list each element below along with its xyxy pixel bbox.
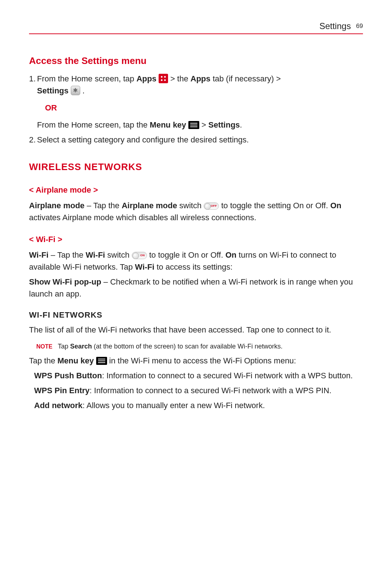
wpspin-t: : Information to connect to a secured Wi… — [90, 386, 331, 395]
wpspin-b: WPS Pin Entry — [34, 386, 90, 395]
note-c: (at the bottom of the screen) to scan fo… — [92, 343, 282, 350]
airplane-b2: Airplane mode — [122, 201, 177, 210]
switch-off-icon — [204, 202, 219, 210]
tapmenu-c: in the Wi-Fi menu to access the Wi-Fi Op… — [107, 356, 296, 365]
note-b: Search — [70, 343, 92, 350]
header-section: Settings — [319, 21, 351, 31]
wifi-networks-desc: The list of all of the Wi-Fi networks th… — [29, 324, 363, 336]
add-network-desc: Add network: Allows you to manually ente… — [34, 399, 363, 411]
menu-key-icon — [188, 121, 199, 129]
step1alt-settings-bold: Settings — [208, 120, 240, 129]
page-header: Settings 69 — [29, 20, 363, 34]
tapmenu-a: Tap the — [29, 356, 57, 365]
step1-text-c: tab (if necessary) > — [211, 74, 281, 83]
show-wifi-popup-desc: Show Wi-Fi pop-up – Checkmark to be noti… — [29, 276, 363, 300]
wps-t: : Information to connect to a secured Wi… — [102, 371, 353, 380]
step1-alt: From the Home screen, tap the Menu key >… — [37, 119, 363, 131]
airplane-t4: activates Airplane mode which disables a… — [29, 213, 256, 222]
steps-list: From the Home screen, tap Apps > the App… — [29, 73, 363, 146]
heading-wireless-networks: WIRELESS NETWORKS — [29, 160, 363, 174]
airplane-mode-desc: Airplane mode – Tap the Airplane mode sw… — [29, 200, 363, 223]
step1-text-b: > the — [168, 74, 191, 83]
airplane-t3: to toggle the setting On or Off. — [219, 201, 330, 210]
wifi-t5: to access its settings: — [154, 262, 232, 271]
switch-on-icon — [132, 252, 147, 259]
apps-icon — [159, 74, 168, 83]
addnet-b: Add network — [34, 401, 82, 410]
heading-airplane-mode: < Airplane mode > — [29, 184, 363, 196]
step-1: From the Home screen, tap Apps > the App… — [29, 73, 363, 131]
menu-key-icon-2 — [96, 357, 107, 365]
gear-icon — [71, 86, 80, 95]
step1-text-d: . — [80, 86, 85, 95]
heading-access-settings: Access the Settings menu — [29, 54, 363, 68]
note-label: NOTE — [36, 343, 52, 350]
or-separator: OR — [45, 102, 363, 114]
page-number: 69 — [356, 23, 363, 29]
manual-page: Settings 69 Access the Settings menu Fro… — [0, 0, 392, 443]
wifi-desc: Wi-Fi – Tap the Wi-Fi switch to toggle i… — [29, 249, 363, 273]
wifi-t3: to toggle it On or Off. — [147, 250, 225, 259]
step1alt-b: > — [199, 120, 208, 129]
step1-text-a: From the Home screen, tap — [37, 74, 136, 83]
step1alt-c: . — [240, 120, 242, 129]
heading-wifi: < Wi-Fi > — [29, 234, 363, 245]
wifi-b3: On — [225, 250, 237, 259]
wifi-b1: Wi-Fi — [29, 250, 49, 259]
tapmenu-b: Menu key — [57, 356, 94, 365]
wifi-b2: Wi-Fi — [86, 250, 105, 259]
airplane-b3: On — [330, 201, 342, 210]
airplane-t2: switch — [177, 201, 204, 210]
step1-apps-tab-bold: Apps — [191, 74, 211, 83]
step1-apps-bold: Apps — [136, 74, 156, 83]
tap-menu-desc: Tap the Menu key in the Wi-Fi menu to ac… — [29, 355, 363, 367]
step1alt-a: From the Home screen, tap the — [37, 120, 150, 129]
wps-b: WPS Push Button — [34, 371, 102, 380]
wifi-t2: switch — [105, 250, 131, 259]
addnet-t: : Allows you to manually enter a new Wi-… — [82, 401, 265, 410]
wps-push-button-desc: WPS Push Button: Information to connect … — [34, 370, 363, 382]
note-row: NOTE Tap Search (at the bottom of the sc… — [36, 342, 363, 351]
popup-b1: Show Wi-Fi pop-up — [29, 277, 101, 286]
step1alt-menukey-bold: Menu key — [150, 120, 186, 129]
wifi-t1: – Tap the — [49, 250, 86, 259]
step-2: Select a setting category and configure … — [29, 134, 363, 146]
wifi-b4: Wi-Fi — [135, 262, 155, 271]
note-a: Tap — [58, 343, 70, 350]
heading-wifi-networks: WI-FI NETWORKS — [29, 309, 363, 321]
step1-settings-bold: Settings — [37, 86, 69, 95]
airplane-b1: Airplane mode — [29, 201, 85, 210]
airplane-t1: – Tap the — [85, 201, 122, 210]
wps-pin-entry-desc: WPS Pin Entry: Information to connect to… — [34, 384, 363, 396]
